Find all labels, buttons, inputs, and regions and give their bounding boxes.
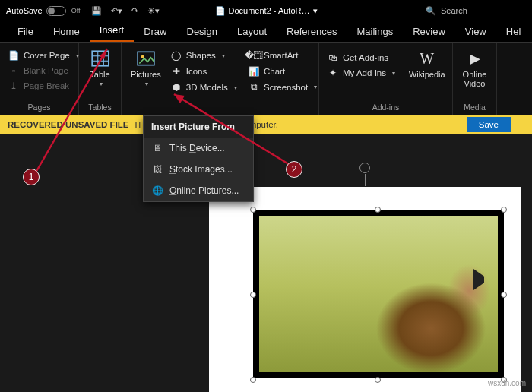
device-icon: 🖥 — [151, 143, 163, 153]
page-break-button[interactable]: ⤓Page Break — [6, 79, 81, 93]
document-canvas[interactable] — [0, 134, 532, 392]
selected-image[interactable] — [253, 210, 504, 378]
annotation-badge-2: 2 — [286, 161, 302, 178]
dropdown-this-device[interactable]: 🖥This Device... — [144, 138, 253, 159]
3d-models-button[interactable]: ⬢3D Models — [169, 81, 239, 94]
tab-mailings[interactable]: Mailings — [347, 22, 404, 42]
online-video-button[interactable]: ▶ Online Video — [459, 46, 490, 91]
my-addins-button[interactable]: ✦My Add-ins — [325, 66, 397, 80]
autosave-toggle[interactable]: AutoSave Off — [6, 6, 81, 16]
stock-icon: 🖼 — [151, 164, 163, 175]
blank-page-button[interactable]: ▫Blank Page — [6, 65, 81, 77]
undo-icon[interactable]: ↶▾ — [111, 6, 122, 16]
search-box[interactable]: 🔍 Search — [426, 6, 467, 16]
table-button[interactable]: Table — [86, 46, 115, 90]
wikipedia-button[interactable]: W Wikipedia — [406, 46, 448, 82]
group-pages-label: Pages — [6, 101, 72, 113]
msgbar-prefix: RECOVERED UNSAVED FILE — [8, 120, 129, 129]
resize-handle[interactable] — [501, 207, 507, 213]
toggle-switch[interactable] — [46, 6, 66, 16]
ribbon-tabs: File Home Insert Draw Design Layout Refe… — [0, 21, 532, 43]
tab-draw[interactable]: Draw — [134, 22, 176, 42]
ribbon: 📄Cover Page ▫Blank Page ⤓Page Break Page… — [0, 43, 532, 115]
smartart-button[interactable]: �⿹SmartArt — [246, 49, 318, 62]
dropdown-stock-images[interactable]: 🖼Stock Images... — [144, 159, 253, 180]
group-addins-label: Add-ins — [325, 101, 446, 113]
autosave-state: Off — [71, 7, 81, 14]
search-placeholder: Search — [441, 6, 467, 15]
recovered-file-bar: RECOVERED UNSAVED FILE Tl mporarily stor… — [0, 115, 532, 134]
page — [209, 187, 521, 392]
tab-references[interactable]: References — [277, 22, 347, 42]
save-icon[interactable]: 💾 — [91, 6, 102, 16]
tab-design[interactable]: Design — [177, 22, 227, 42]
wikipedia-icon: W — [416, 49, 439, 68]
online-icon: 🌐 — [151, 185, 163, 196]
rotate-handle[interactable] — [359, 163, 370, 173]
annotation-badge-1: 1 — [23, 169, 40, 185]
tab-insert[interactable]: Insert — [90, 21, 135, 42]
shapes-button[interactable]: ◯Shapes — [169, 49, 239, 62]
icons-button[interactable]: ✚Icons — [169, 65, 239, 78]
table-icon — [89, 49, 112, 68]
dropdown-online-pictures[interactable]: 🌐Online Pictures... — [144, 180, 253, 201]
resize-handle[interactable] — [250, 377, 256, 383]
title-bar: AutoSave Off 💾 ↶▾ ↷ ☀▾ 📄Document2 - Auto… — [0, 0, 532, 21]
screenshot-button[interactable]: ⧉Screenshot — [246, 81, 318, 93]
document-title: 📄Document2 - AutoR…▾ — [215, 6, 318, 16]
image-content — [259, 216, 498, 372]
tab-file[interactable]: File — [8, 22, 43, 42]
dropdown-header: Insert Picture From — [144, 116, 253, 138]
svg-point-6 — [141, 55, 144, 58]
search-icon: 🔍 — [426, 6, 436, 16]
tab-view[interactable]: View — [455, 22, 496, 42]
chart-button[interactable]: 📊Chart — [246, 65, 318, 78]
brightness-icon[interactable]: ☀▾ — [147, 6, 160, 16]
svg-rect-0 — [92, 51, 109, 66]
get-addins-button[interactable]: 🛍Get Add-ins — [325, 52, 397, 64]
resize-handle[interactable] — [250, 292, 256, 298]
pictures-button[interactable]: Pictures — [128, 46, 164, 90]
watermark: wsxdn.com — [488, 379, 526, 387]
cover-page-button[interactable]: 📄Cover Page — [6, 49, 81, 62]
resize-handle[interactable] — [250, 207, 256, 213]
tab-layout[interactable]: Layout — [227, 22, 277, 42]
resize-handle[interactable] — [375, 207, 381, 213]
group-tables-label: Tables — [85, 101, 115, 113]
tab-home[interactable]: Home — [43, 22, 90, 42]
pictures-icon — [135, 49, 157, 68]
autosave-label: AutoSave — [6, 6, 43, 15]
tab-review[interactable]: Review — [403, 22, 455, 42]
resize-handle[interactable] — [375, 377, 381, 383]
resize-handle[interactable] — [501, 292, 507, 298]
redo-icon[interactable]: ↷ — [131, 6, 138, 16]
save-button[interactable]: Save — [467, 117, 511, 132]
video-icon: ▶ — [464, 49, 486, 68]
tab-help[interactable]: Hel — [496, 22, 531, 42]
pictures-dropdown: Insert Picture From 🖥This Device... 🖼Sto… — [143, 115, 254, 202]
group-media-label: Media — [459, 101, 490, 113]
